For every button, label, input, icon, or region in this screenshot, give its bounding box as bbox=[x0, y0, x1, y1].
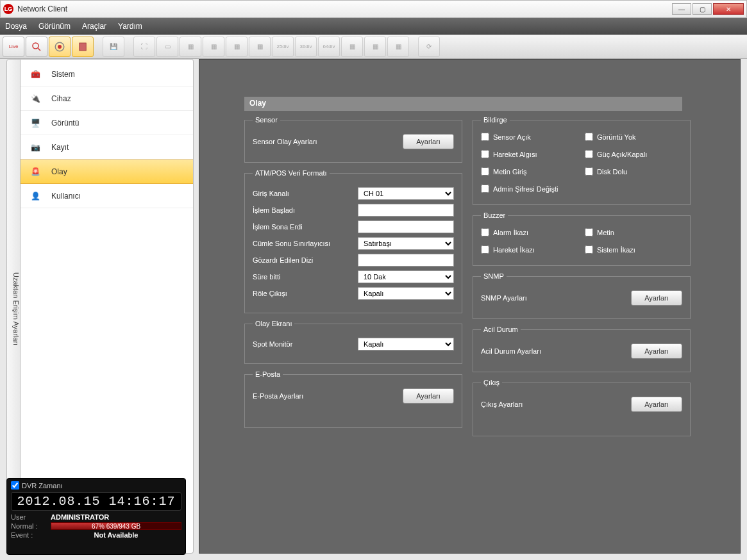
sidebar-item-display[interactable]: 🖥️ Görüntü bbox=[21, 111, 193, 135]
button-snmp[interactable]: Ayarları bbox=[631, 290, 682, 306]
layout-1-icon: ▭ bbox=[156, 37, 178, 57]
label-input-channel: Giriş Kanalı bbox=[253, 190, 358, 197]
sidebar-item-device[interactable]: 🔌 Cihaz bbox=[21, 86, 193, 111]
clock-display: 2012.08.15 14:16:17 bbox=[11, 492, 181, 511]
chk-text[interactable]: Metin bbox=[585, 228, 682, 236]
input-tx-end[interactable] bbox=[358, 220, 454, 233]
menubar: Dosya Görünüm Araçlar Yardım bbox=[0, 18, 747, 35]
legend-email: E-Posta bbox=[253, 370, 283, 378]
svg-point-0 bbox=[33, 43, 38, 49]
svg-point-2 bbox=[58, 45, 62, 49]
minimize-button[interactable]: — bbox=[672, 3, 691, 15]
label-timeout: Süre bitti bbox=[253, 273, 358, 281]
select-timeout[interactable]: 10 Dak bbox=[358, 270, 454, 283]
close-button[interactable]: ✕ bbox=[713, 3, 744, 15]
button-sensor-settings[interactable]: Ayarları bbox=[403, 134, 454, 149]
layout-b-icon: ▦ bbox=[364, 37, 386, 57]
sidebar-label-display: Görüntü bbox=[51, 119, 79, 128]
chk-text-in[interactable]: Metin Giriş bbox=[481, 167, 578, 176]
legend-atm: ATM/POS Veri Formatı bbox=[253, 169, 330, 177]
refresh-icon: ⟳ bbox=[418, 37, 440, 57]
window-title: Network Client bbox=[17, 4, 67, 13]
layout-6-icon: ▦ bbox=[203, 37, 224, 57]
select-relay[interactable]: Kapalı bbox=[358, 287, 454, 300]
disk-usage-bar: 67% 639/943 GB bbox=[51, 522, 181, 530]
chk-power[interactable]: Güç Açık/Kapalı bbox=[585, 150, 682, 158]
label-tx-end: İşlem Sona Erdi bbox=[253, 223, 358, 231]
value-event: Not Available bbox=[51, 531, 181, 539]
value-user: ADMINISTRATOR bbox=[51, 513, 109, 521]
label-user: User bbox=[11, 513, 47, 521]
sidebar-label-system: Sistem bbox=[51, 70, 75, 79]
live-button[interactable]: Live bbox=[3, 37, 24, 57]
button-email-settings[interactable]: Ayarları bbox=[403, 388, 454, 404]
label-tx-start: İşlem Başladı bbox=[253, 206, 358, 214]
label-dvr-time: DVR Zamanı bbox=[22, 482, 63, 490]
sidebar-item-record[interactable]: 📷 Kayıt bbox=[21, 135, 193, 160]
layout-4-icon: ▦ bbox=[180, 37, 201, 57]
svg-rect-4 bbox=[80, 43, 87, 51]
siren-icon: 🚨 bbox=[27, 165, 44, 178]
label-output: Çıkış Ayarları bbox=[481, 400, 631, 408]
menu-tools[interactable]: Araçlar bbox=[82, 22, 106, 31]
panel-title: Olay bbox=[244, 97, 682, 111]
select-input-channel[interactable]: CH 01 bbox=[358, 187, 454, 200]
label-email-settings: E-Posta Ayarları bbox=[253, 392, 403, 400]
layout-36-icon: 36div bbox=[295, 37, 317, 57]
window-titlebar: LG Network Client — ▢ ✕ bbox=[0, 0, 747, 18]
layout-a-icon: ▦ bbox=[341, 37, 363, 57]
layout-9-icon: ▦ bbox=[249, 37, 271, 57]
svg-line-1 bbox=[38, 48, 40, 51]
menu-file[interactable]: Dosya bbox=[5, 22, 27, 31]
button-output[interactable]: Ayarları bbox=[631, 397, 682, 412]
maximize-button[interactable]: ▢ bbox=[692, 3, 712, 15]
fullscreen-icon: ⛶ bbox=[133, 37, 155, 57]
label-line-delim: Cümle Sonu Sınırlayıcısı bbox=[253, 240, 358, 247]
group-snmp: SNMP SNMP Ayarları Ayarları bbox=[473, 272, 691, 319]
select-line-delim[interactable]: Satırbaşı bbox=[358, 237, 454, 250]
value-normal: 67% 639/943 GB bbox=[92, 523, 140, 530]
save-icon: 💾 bbox=[103, 37, 124, 57]
sidebar-label-event: Olay bbox=[51, 167, 67, 176]
legend-output: Çıkış bbox=[481, 379, 502, 386]
chk-no-image[interactable]: Görüntü Yok bbox=[585, 133, 682, 141]
sidebar-item-system[interactable]: 🧰 Sistem bbox=[21, 62, 193, 86]
chk-sensor-on[interactable]: Sensor Açık bbox=[481, 133, 578, 141]
status-panel: DVR Zamanı 2012.08.15 14:16:17 UserADMIN… bbox=[6, 478, 186, 555]
chk-dvr-time[interactable] bbox=[11, 481, 19, 490]
sidebar-item-event[interactable]: 🚨 Olay bbox=[21, 160, 193, 184]
select-spot-monitor[interactable]: Kapalı bbox=[358, 338, 454, 350]
log-button[interactable] bbox=[72, 37, 94, 57]
chk-alarm[interactable]: Alarm İkazı bbox=[481, 228, 578, 236]
legend-emergency: Acil Durum bbox=[481, 325, 521, 333]
toolbox-icon: 🧰 bbox=[27, 68, 44, 81]
chk-motion[interactable]: Hareket Algısı bbox=[481, 150, 578, 158]
legend-buzzer: Buzzer bbox=[481, 211, 508, 219]
content-area: Olay Sensor Sensor Olay Ayarları Ayarlar… bbox=[199, 59, 741, 554]
legend-notify: Bildirge bbox=[481, 116, 510, 124]
group-notify: Bildirge Sensor Açık Görüntü Yok Hareket… bbox=[473, 116, 691, 205]
group-emergency: Acil Durum Acil Durum Ayarları Ayarları bbox=[473, 325, 691, 372]
chk-motion-buzz[interactable]: Hareket İkazı bbox=[481, 245, 578, 254]
chk-disk-full[interactable]: Disk Dolu bbox=[585, 167, 682, 176]
button-emergency[interactable]: Ayarları bbox=[631, 343, 682, 359]
monitor-icon: 🖥️ bbox=[27, 117, 44, 129]
search-button[interactable] bbox=[26, 37, 47, 57]
chk-admin-pw[interactable]: Admin Şifresi Değişti bbox=[481, 185, 682, 193]
label-event: Event : bbox=[11, 531, 47, 539]
menu-help[interactable]: Yardım bbox=[118, 22, 142, 31]
group-email: E-Posta E-Posta Ayarları Ayarları bbox=[244, 370, 462, 428]
label-ignore: Gözardı Edilen Dizi bbox=[253, 256, 358, 264]
settings-button[interactable] bbox=[49, 37, 71, 57]
toolbar: Live 💾 ⛶ ▭ ▦ ▦ ▦ ▦ 25div 36div 64div ▦ ▦… bbox=[0, 35, 747, 59]
input-tx-start[interactable] bbox=[358, 204, 454, 217]
group-sensor: Sensor Sensor Olay Ayarları Ayarları bbox=[244, 116, 462, 163]
camera-icon: 📷 bbox=[27, 141, 44, 154]
menu-view[interactable]: Görünüm bbox=[38, 22, 71, 31]
input-ignore[interactable] bbox=[358, 254, 454, 267]
layout-25-icon: 25div bbox=[272, 37, 294, 57]
sidebar-item-user[interactable]: 👤 Kullanıcı bbox=[21, 184, 193, 208]
user-icon: 👤 bbox=[27, 190, 44, 202]
chk-system-buzz[interactable]: Sistem İkazı bbox=[585, 245, 682, 254]
label-snmp: SNMP Ayarları bbox=[481, 294, 631, 302]
